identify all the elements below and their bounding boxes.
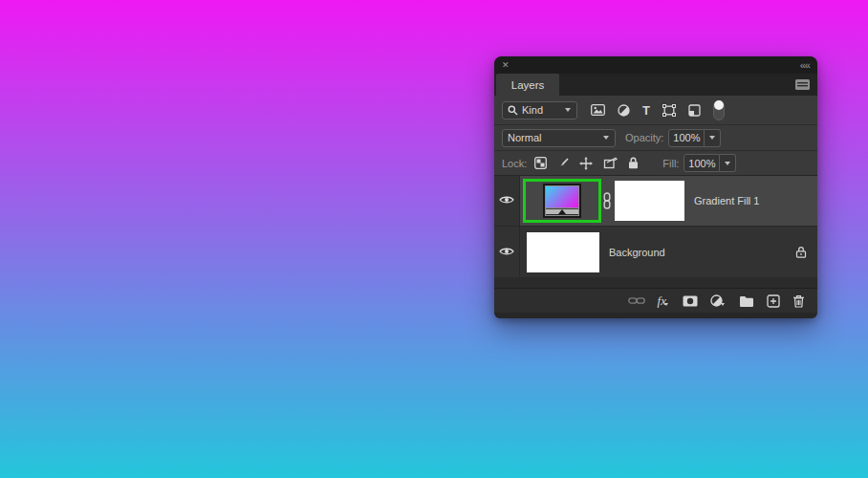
layer-row-background[interactable]: Background [494,227,817,277]
type-layer-filter-icon[interactable]: T [642,104,650,117]
blend-mode-value: Normal [508,132,541,143]
tab-spacer [559,74,795,96]
shape-layer-filter-icon[interactable] [662,104,676,117]
opacity-label: Opacity: [625,132,663,143]
opacity-value: 100% [673,132,700,143]
panel-bottom-toolbar: fx [494,288,817,313]
caret-down-icon [664,303,668,306]
lock-position-icon[interactable] [579,157,593,170]
opacity-dropdown-button[interactable] [705,129,721,147]
filter-kind-dropdown[interactable]: Kind [502,101,577,120]
close-icon[interactable]: ✕ [502,61,510,70]
layer-mask-thumbnail[interactable] [615,181,684,221]
lock-pixels-icon[interactable] [557,158,569,169]
panel-footer [494,313,817,318]
lock-all-icon[interactable] [628,157,639,169]
adjustment-layer-filter-icon[interactable] [618,104,630,117]
layer-locked-icon[interactable] [795,246,807,258]
layer-filter-toggle[interactable] [713,100,725,120]
smart-object-filter-icon[interactable] [688,104,701,117]
filter-kind-label: Kind [522,104,543,116]
collapse-panel-icon[interactable]: «« [800,60,810,71]
visibility-toggle[interactable] [494,227,520,277]
layer-name[interactable]: Gradient Fill 1 [694,195,759,206]
annotation-highlight-box [523,179,601,223]
filter-row: Kind T [494,96,817,125]
visibility-toggle[interactable] [494,176,520,226]
search-icon [508,105,518,116]
panel-menu-icon[interactable] [795,79,810,90]
lock-row: Lock: Fill: 100% [494,151,817,176]
chevron-down-icon [603,136,610,140]
fill-label: Fill: [662,158,679,169]
layer-name[interactable]: Background [609,247,665,258]
layer-style-icon[interactable]: fx [658,293,670,309]
tab-layers[interactable]: Layers [496,74,559,96]
layer-thumbnail[interactable] [527,232,599,272]
mask-link-icon[interactable] [602,192,612,209]
lock-label: Lock: [502,158,527,169]
chevron-down-icon [725,162,731,165]
eye-icon [499,195,514,206]
blend-mode-dropdown[interactable]: Normal [502,129,616,147]
link-layers-icon[interactable] [628,296,645,305]
panel-titlebar: ✕ «« [494,56,817,74]
layers-list: Gradient Fill 1 Background [494,176,817,288]
fill-dropdown-button[interactable] [720,154,736,172]
delete-layer-icon[interactable] [792,294,805,308]
new-group-icon[interactable] [739,295,754,307]
panel-tab-row: Layers [494,74,817,96]
gradient-fill-thumbnail[interactable] [543,184,581,218]
blend-row: Normal Opacity: 100% [494,125,817,151]
tab-layers-label: Layers [511,79,545,91]
caret-down-icon [721,303,725,306]
gradient-thumbnail-preview [546,186,578,207]
pixel-layer-filter-icon[interactable] [591,104,605,116]
add-mask-icon[interactable] [683,295,698,307]
fill-value: 100% [688,158,715,169]
eye-icon [499,247,514,258]
gradient-thumbnail-slider [546,208,578,215]
lock-transparency-icon[interactable] [534,157,547,169]
new-adjustment-icon[interactable] [710,294,727,307]
chevron-down-icon [565,108,572,112]
layers-panel: ✕ «« Layers Kind T [494,56,817,318]
lock-artboard-icon[interactable] [603,157,618,169]
layers-empty-area [494,277,817,288]
layer-row-gradient-fill[interactable]: Gradient Fill 1 [494,176,817,227]
chevron-down-icon [709,136,716,140]
fill-value-field[interactable]: 100% [684,154,720,172]
new-layer-icon[interactable] [767,294,780,308]
fx-label: fx [658,293,666,309]
opacity-value-field[interactable]: 100% [668,129,705,147]
